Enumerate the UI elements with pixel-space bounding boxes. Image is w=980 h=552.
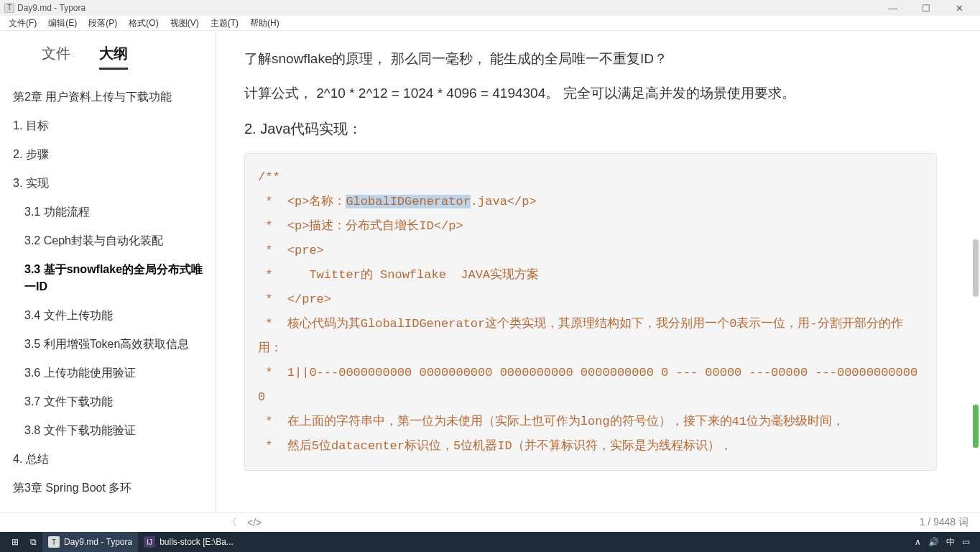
start-button[interactable]: ⊞ (6, 532, 24, 552)
menu-file[interactable]: 文件(F) (3, 17, 42, 29)
maximize-button[interactable]: ☐ (910, 0, 943, 16)
minimize-button[interactable]: — (877, 0, 910, 16)
window-titlebar: T Day9.md - Typora — ☐ ✕ (0, 0, 980, 16)
tab-outline[interactable]: 大纲 (99, 44, 128, 70)
app-icon: IJ (144, 536, 155, 548)
scrollbar-thumb-green[interactable] (973, 405, 979, 448)
sidebar: 文件 大纲 第2章 用户资料上传与下载功能1. 目标2. 步骤3. 实现3.1 … (0, 31, 216, 512)
task-view-button[interactable]: ⧉ (24, 532, 42, 552)
tray-ime-icon[interactable]: 中 (946, 536, 955, 548)
outline-item[interactable]: 3.4 文件上传功能 (13, 301, 208, 330)
source-code-icon[interactable]: </> (247, 517, 262, 528)
menu-paragraph[interactable]: 段落(P) (83, 17, 123, 29)
word-count[interactable]: 1 / 9448 词 (920, 516, 969, 529)
app-icon: T (4, 3, 14, 13)
menu-bar: 文件(F) 编辑(E) 段落(P) 格式(O) 视图(V) 主题(T) 帮助(H… (0, 16, 980, 31)
outline-item[interactable]: 3.3 基于snowflake的全局分布式唯一ID (13, 255, 208, 301)
status-bar: 〈 </> 1 / 9448 词 (0, 512, 980, 532)
menu-theme[interactable]: 主题(T) (205, 17, 244, 29)
tray-volume-icon[interactable]: 🔊 (928, 537, 939, 547)
back-icon[interactable]: 〈 (227, 516, 237, 529)
outline-item[interactable]: 4. 总结 (13, 445, 208, 474)
menu-view[interactable]: 视图(V) (165, 17, 205, 29)
outline-item[interactable]: 3.2 Ceph封装与自动化装配 (13, 226, 208, 255)
tray-notification-icon[interactable]: ▭ (962, 537, 970, 547)
taskbar-app-label: Day9.md - Typora (64, 537, 132, 547)
heading-2: 2. Java代码实现： (244, 114, 937, 143)
code-block[interactable]: /** * <p>名称：GlobalIDGenerator.java</p> *… (244, 153, 937, 471)
paragraph: 了解snowflake的原理， 那么同一毫秒， 能生成的全局唯一不重复ID？ (244, 45, 937, 73)
outline-item[interactable]: 第2章 用户资料上传与下载功能 (13, 83, 208, 111)
outline-item[interactable]: 3.8 文件下载功能验证 (13, 416, 208, 445)
outline-item[interactable]: 3.5 利用增强Token高效获取信息 (13, 330, 208, 359)
outline-item[interactable]: 1. 目标 (13, 111, 208, 140)
taskbar-app[interactable]: TDay9.md - Typora (42, 532, 138, 552)
tab-files[interactable]: 文件 (42, 44, 70, 70)
outline-list: 第2章 用户资料上传与下载功能1. 目标2. 步骤3. 实现3.1 功能流程3.… (13, 83, 208, 502)
app-icon: T (48, 536, 60, 548)
outline-item[interactable]: 2. 步骤 (13, 140, 208, 169)
text-selection: GlobalIDGenerator (346, 195, 470, 208)
outline-item[interactable]: 3. 实现 (13, 169, 208, 198)
outline-item[interactable]: 第3章 Spring Boot 多环 (13, 474, 208, 502)
menu-edit[interactable]: 编辑(E) (42, 17, 83, 29)
scrollbar-thumb[interactable] (973, 239, 979, 297)
outline-item[interactable]: 3.1 功能流程 (13, 198, 208, 226)
taskbar-app[interactable]: IJbulls-stock [E:\Ba... (138, 532, 239, 552)
outline-item[interactable]: 3.6 上传功能使用验证 (13, 359, 208, 387)
menu-help[interactable]: 帮助(H) (244, 17, 285, 29)
menu-format[interactable]: 格式(O) (123, 17, 164, 29)
paragraph: 计算公式， 2^10 * 2^12 = 1024 * 4096 = 419430… (244, 80, 937, 107)
close-button[interactable]: ✕ (943, 0, 976, 16)
editor-content[interactable]: 了解snowflake的原理， 那么同一毫秒， 能生成的全局唯一不重复ID？ 计… (216, 31, 980, 512)
windows-taskbar: ⊞ ⧉ TDay9.md - TyporaIJbulls-stock [E:\B… (0, 532, 980, 552)
window-title: Day9.md - Typora (17, 3, 85, 13)
taskbar-app-label: bulls-stock [E:\Ba... (160, 537, 234, 547)
outline-item[interactable]: 3.7 文件下载功能 (13, 387, 208, 416)
tray-up-icon[interactable]: ∧ (915, 537, 921, 547)
